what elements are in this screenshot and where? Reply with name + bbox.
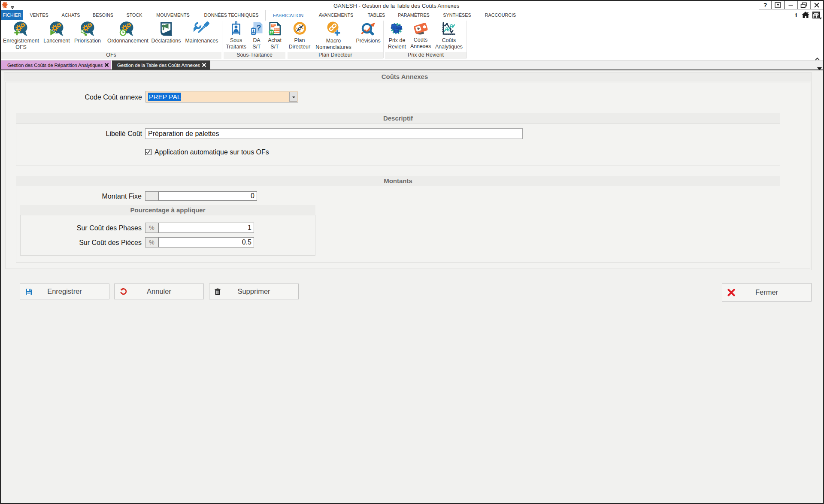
svg-text:?: ?	[257, 24, 261, 32]
svg-text:ST: ST	[270, 31, 274, 34]
svg-text:?: ?	[763, 2, 767, 8]
svg-text:i: i	[795, 12, 797, 18]
